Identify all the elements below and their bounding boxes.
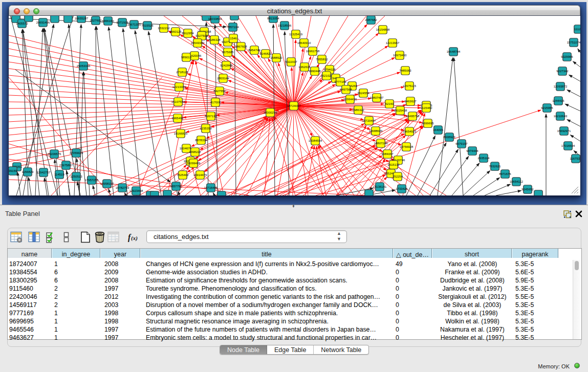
svg-text:3675685: 3675685 xyxy=(222,51,234,54)
svg-text:9660125: 9660125 xyxy=(169,30,182,33)
svg-text:20691406: 20691406 xyxy=(36,21,50,24)
svg-text:1235359: 1235359 xyxy=(200,127,212,130)
svg-text:6466160: 6466160 xyxy=(102,19,114,23)
svg-text:1405572: 1405572 xyxy=(16,22,28,25)
svg-text:12975115: 12975115 xyxy=(403,84,417,87)
svg-text:19654923: 19654923 xyxy=(403,130,417,133)
svg-text:10671355: 10671355 xyxy=(127,23,141,26)
svg-text:12213967: 12213967 xyxy=(386,41,400,45)
svg-text:19218506: 19218506 xyxy=(278,24,292,27)
svg-text:8454749: 8454749 xyxy=(248,49,260,52)
svg-text:10654112: 10654112 xyxy=(510,180,524,183)
svg-text:7632621: 7632621 xyxy=(489,165,501,168)
svg-text:18724007: 18724007 xyxy=(287,104,301,107)
svg-text:6794028: 6794028 xyxy=(323,68,336,71)
svg-text:7857224: 7857224 xyxy=(227,26,239,29)
svg-text:1965492: 1965492 xyxy=(171,117,184,120)
svg-text:8938923: 8938923 xyxy=(443,136,455,139)
svg-text:20364436: 20364436 xyxy=(343,98,357,101)
svg-text:2803144: 2803144 xyxy=(217,77,229,80)
svg-text:11325419: 11325419 xyxy=(289,33,303,36)
svg-text:17957255: 17957255 xyxy=(85,179,99,182)
svg-text:989013: 989013 xyxy=(181,56,192,59)
svg-text:12923468: 12923468 xyxy=(129,189,143,192)
svg-text:7515526: 7515526 xyxy=(141,24,154,27)
svg-text:10807487: 10807487 xyxy=(370,96,384,99)
svg-text:9463627: 9463627 xyxy=(404,100,417,103)
svg-text:1527602: 1527602 xyxy=(90,19,102,22)
svg-text:9115460: 9115460 xyxy=(421,106,433,110)
svg-text:10655287: 10655287 xyxy=(75,17,89,20)
svg-text:1532212: 1532212 xyxy=(158,27,170,30)
svg-text:8427552: 8427552 xyxy=(213,90,226,93)
svg-text:1167533: 1167533 xyxy=(570,157,580,160)
svg-text:16543382: 16543382 xyxy=(191,41,205,45)
svg-text:16154808: 16154808 xyxy=(376,28,390,31)
svg-text:17016504: 17016504 xyxy=(561,144,575,147)
svg-text:3624554: 3624554 xyxy=(357,92,369,95)
svg-text:15751074: 15751074 xyxy=(567,41,580,44)
svg-text:1156829: 1156829 xyxy=(22,170,34,173)
svg-text:16914479: 16914479 xyxy=(193,173,207,177)
svg-text:12942757: 12942757 xyxy=(37,171,51,174)
svg-text:18300295: 18300295 xyxy=(264,111,277,114)
svg-text:12093872: 12093872 xyxy=(554,85,568,88)
svg-text:18807249: 18807249 xyxy=(374,142,388,145)
svg-text:16495758: 16495758 xyxy=(406,115,420,118)
svg-text:1621022: 1621022 xyxy=(320,74,333,77)
svg-text:62160: 62160 xyxy=(385,102,394,105)
svg-text:19166825: 19166825 xyxy=(174,132,188,135)
svg-text:1546: 1546 xyxy=(230,37,237,40)
svg-text:10958107: 10958107 xyxy=(100,182,114,185)
svg-text:1733426: 1733426 xyxy=(396,187,408,190)
svg-text:(x): (x) xyxy=(131,235,138,242)
svg-text:16961758: 16961758 xyxy=(306,50,320,53)
svg-text:19756928: 19756928 xyxy=(400,145,413,148)
svg-text:9146821: 9146821 xyxy=(259,52,272,55)
svg-text:9242848: 9242848 xyxy=(220,64,232,67)
svg-text:16033809: 16033809 xyxy=(208,17,222,20)
svg-text:23975867: 23975867 xyxy=(59,164,73,167)
svg-text:1615132: 1615132 xyxy=(387,163,400,166)
svg-text:18640910: 18640910 xyxy=(297,41,311,45)
svg-text:16782759: 16782759 xyxy=(116,186,129,189)
svg-text:5322037: 5322037 xyxy=(285,60,297,63)
svg-text:15692971: 15692971 xyxy=(557,129,571,133)
svg-text:16099489: 16099489 xyxy=(187,162,201,165)
svg-text:12213369: 12213369 xyxy=(172,85,186,89)
svg-text:8267130: 8267130 xyxy=(205,115,217,118)
svg-text:417006: 417006 xyxy=(210,101,221,104)
svg-text:9777169: 9777169 xyxy=(334,80,346,83)
svg-text:7955812: 7955812 xyxy=(316,58,328,61)
svg-text:1244415: 1244415 xyxy=(552,99,564,102)
svg-text:39159: 39159 xyxy=(9,169,17,172)
svg-text:8471676: 8471676 xyxy=(499,172,511,176)
svg-text:7485063: 7485063 xyxy=(399,69,411,72)
svg-text:16648784: 16648784 xyxy=(447,50,461,53)
svg-text:9215955: 9215955 xyxy=(541,106,553,110)
svg-text:2935114: 2935114 xyxy=(478,157,490,160)
svg-text:164095: 164095 xyxy=(433,128,444,132)
svg-text:19384554: 19384554 xyxy=(309,139,322,142)
svg-text:14136141: 14136141 xyxy=(373,185,387,188)
svg-text:7625402: 7625402 xyxy=(177,173,189,177)
svg-text:9474444: 9474444 xyxy=(466,149,478,152)
svg-text:8813054: 8813054 xyxy=(267,17,279,20)
svg-text:1588520: 1588520 xyxy=(270,56,282,59)
svg-text:252254: 252254 xyxy=(393,175,403,178)
svg-text:9084067: 9084067 xyxy=(381,152,394,156)
svg-text:2718126: 2718126 xyxy=(176,71,188,74)
svg-text:9329966: 9329966 xyxy=(561,55,573,58)
svg-text:1362615: 1362615 xyxy=(298,65,311,69)
svg-text:9699695: 9699695 xyxy=(422,122,434,125)
svg-text:1498222: 1498222 xyxy=(189,150,201,154)
svg-text:6497568: 6497568 xyxy=(340,88,352,91)
svg-text:7986322: 7986322 xyxy=(352,108,364,112)
svg-text:8912954: 8912954 xyxy=(182,32,194,35)
svg-text:9245652: 9245652 xyxy=(521,188,534,191)
svg-text:8186328: 8186328 xyxy=(208,38,221,41)
svg-text:1250513: 1250513 xyxy=(70,175,82,178)
svg-text:9227342: 9227342 xyxy=(556,70,569,73)
svg-text:15720407: 15720407 xyxy=(362,119,376,122)
svg-text:10973493: 10973493 xyxy=(393,54,407,57)
